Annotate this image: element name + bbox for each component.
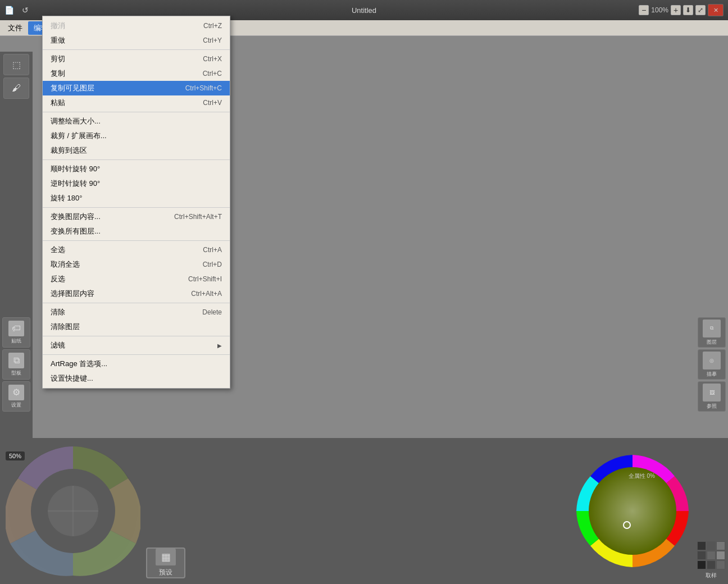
menu-item-file[interactable]: 文件 [2, 21, 28, 35]
menu-deselect[interactable]: 取消全选 Ctrl+D [43, 257, 230, 272]
menu-transform-layer[interactable]: 变换图层内容... Ctrl+Shift+Alt+T [43, 209, 230, 224]
menu-paste[interactable]: 粘贴 Ctrl+V [43, 95, 230, 110]
clear-layer-label: 清除图层 [51, 322, 211, 332]
paste-label: 粘贴 [51, 98, 192, 108]
menu-filters[interactable]: 滤镜 ▶ [43, 338, 230, 353]
menu-crop-expand[interactable]: 裁剪 / 扩展画布... [43, 129, 230, 143]
separator-7 [43, 336, 230, 336]
paste-shortcut: Ctrl+V [203, 99, 222, 107]
swatch-4[interactable] [697, 551, 706, 560]
select-all-label: 全选 [51, 245, 192, 255]
zoom-minus-btn[interactable]: − [639, 5, 649, 15]
menu-redo[interactable]: 重做 Ctrl+Y [43, 33, 230, 48]
swatch-7[interactable] [697, 560, 706, 569]
menu-clear-layer[interactable]: 清除图层 [43, 320, 230, 334]
swatch-1[interactable] [697, 541, 706, 550]
swatch-6[interactable] [716, 551, 725, 560]
reference-btn[interactable]: 🖼 参照 [698, 381, 726, 412]
deselect-shortcut: Ctrl+D [203, 261, 222, 268]
download-icon[interactable]: ⬇ [683, 5, 693, 15]
paint-tool[interactable]: 🖌 [3, 77, 29, 99]
layers-btn[interactable]: ⧉ 图层 [698, 317, 726, 348]
redo-label: 重做 [51, 35, 192, 45]
layers-icon: ⧉ [703, 320, 721, 337]
crop-expand-label: 裁剪 / 扩展画布... [51, 131, 211, 141]
menu-invert-selection[interactable]: 反选 Ctrl+Shift+I [43, 272, 230, 286]
redo-shortcut: Ctrl+Y [203, 36, 222, 44]
tool-wheel-svg [6, 444, 140, 578]
layers-label: 图层 [707, 339, 717, 346]
sticker-btn[interactable]: 🏷 贴纸 [2, 317, 30, 348]
separator-6 [43, 303, 230, 303]
svg-point-7 [589, 467, 676, 555]
close-button[interactable]: ✕ [708, 4, 724, 16]
reference-label: 参照 [707, 403, 717, 410]
settings-btn[interactable]: ⚙ 设置 [2, 381, 30, 412]
select-layer-shortcut: Ctrl+Alt+A [191, 290, 222, 298]
swatch-5[interactable] [707, 551, 716, 560]
trace-btn[interactable]: ◎ 描摹 [698, 349, 726, 380]
clear-shortcut: Delete [202, 308, 222, 316]
settings-icon: ⚙ [8, 385, 24, 400]
swatch-3[interactable] [716, 541, 725, 550]
color-wheel-svg [574, 452, 691, 570]
separator-4 [43, 207, 230, 208]
bottom-panel: 50% ▦ 预设 [0, 438, 728, 584]
menu-copy-visible[interactable]: 复制可见图层 Ctrl+Shift+C [43, 81, 230, 95]
sticker-icon: 🏷 [8, 321, 24, 336]
menu-shortcuts[interactable]: 设置快捷键... [43, 371, 230, 386]
title-icon: 📄 [4, 6, 14, 15]
rotate-180-label: 旋转 180° [51, 193, 211, 203]
menu-rotate-180[interactable]: 旋转 180° [43, 191, 230, 206]
color-wheel-area[interactable]: 全属性 0% [571, 438, 694, 584]
menu-clear[interactable]: 清除 Delete [43, 305, 230, 320]
resize-canvas-label: 调整绘画大小... [51, 116, 211, 126]
menu-transform-all[interactable]: 变换所有图层... [43, 224, 230, 239]
rotate-cw-label: 顺时针旋转 90° [51, 164, 211, 174]
menu-resize-canvas[interactable]: 调整绘画大小... [43, 114, 230, 129]
window-title: Untitled [352, 6, 376, 15]
preferences-label: ArtRage 首选项... [51, 359, 211, 369]
menu-select-all[interactable]: 全选 Ctrl+A [43, 243, 230, 257]
separator-5 [43, 240, 230, 241]
menu-preferences[interactable]: ArtRage 首选项... [43, 357, 230, 371]
select-all-shortcut: Ctrl+A [203, 246, 222, 254]
invert-selection-label: 反选 [51, 274, 177, 284]
menu-copy[interactable]: 复制 Ctrl+C [43, 66, 230, 81]
copy-label: 复制 [51, 69, 192, 79]
color-swatches[interactable] [697, 541, 725, 569]
fullscreen-icon[interactable]: ⤢ [695, 5, 706, 15]
selection-tool[interactable]: ⬚ [3, 54, 29, 75]
preset-icon: ▦ [156, 549, 176, 565]
transform-all-label: 变换所有图层... [51, 226, 211, 236]
left-toolbar: ⬚ 🖌 [0, 52, 33, 438]
reference-icon: 🖼 [703, 384, 721, 402]
document-title: Untitled [352, 6, 376, 15]
rotate-icon: ↺ [22, 6, 29, 15]
menu-select-layer[interactable]: 选择图层内容 Ctrl+Alt+A [43, 286, 230, 301]
trace-icon: ◎ [703, 352, 721, 369]
edit-menu[interactable]: 撤消 Ctrl+Z 重做 Ctrl+Y 剪切 Ctrl+X 复制 Ctrl+C … [42, 16, 230, 389]
menu-undo[interactable]: 撤消 Ctrl+Z [43, 19, 230, 33]
undo-label: 撤消 [51, 21, 192, 31]
swatch-8[interactable] [707, 560, 716, 569]
deselect-label: 取消全选 [51, 259, 192, 270]
invert-selection-shortcut: Ctrl+Shift+I [188, 275, 222, 283]
sample-area: 取样 [694, 438, 728, 584]
preset-button[interactable]: ▦ 预设 [146, 548, 185, 578]
copy-visible-label: 复制可见图层 [51, 83, 174, 93]
cut-label: 剪切 [51, 54, 192, 64]
stencil-btn[interactable]: ⧉ 型板 [2, 349, 30, 380]
settings-label: 设置 [11, 402, 21, 409]
sticker-label: 贴纸 [11, 337, 21, 345]
menu-rotate-ccw[interactable]: 逆时针旋转 90° [43, 176, 230, 191]
menu-cut[interactable]: 剪切 Ctrl+X [43, 52, 230, 66]
shortcuts-label: 设置快捷键... [51, 373, 211, 384]
zoom-plus-btn[interactable]: + [671, 5, 681, 15]
swatch-2[interactable] [707, 541, 716, 550]
menu-rotate-cw[interactable]: 顺时针旋转 90° [43, 162, 230, 176]
menu-crop-selection[interactable]: 裁剪到选区 [43, 143, 230, 158]
clear-label: 清除 [51, 307, 191, 317]
select-layer-label: 选择图层内容 [51, 289, 180, 299]
swatch-9[interactable] [716, 560, 725, 569]
